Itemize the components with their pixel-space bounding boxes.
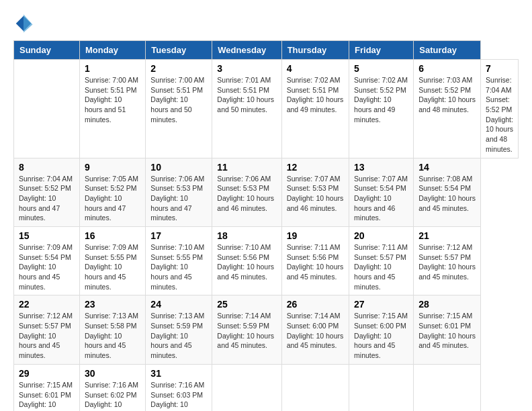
day-number: 18 (217, 230, 276, 241)
calendar-day-cell: 16Sunrise: 7:09 AMSunset: 5:55 PMDayligh… (79, 226, 145, 295)
day-number: 26 (287, 299, 344, 310)
day-header-sunday: Sunday (14, 41, 80, 60)
calendar-day-cell (281, 364, 349, 411)
day-info: Sunrise: 7:05 AMSunset: 5:52 PMDaylight:… (85, 174, 140, 223)
day-number: 22 (19, 299, 75, 310)
day-number: 19 (287, 230, 344, 241)
day-header-saturday: Saturday (414, 41, 481, 60)
day-number: 14 (418, 162, 476, 173)
calendar-day-cell: 10Sunrise: 7:06 AMSunset: 5:53 PMDayligh… (146, 158, 212, 226)
day-header-monday: Monday (79, 41, 145, 60)
calendar-day-cell (349, 364, 414, 411)
day-header-thursday: Thursday (281, 41, 349, 60)
calendar-day-cell: 4Sunrise: 7:02 AMSunset: 5:51 PMDaylight… (281, 60, 349, 158)
day-info: Sunrise: 7:13 AMSunset: 5:58 PMDaylight:… (85, 311, 140, 360)
day-info: Sunrise: 7:15 AMSunset: 6:01 PMDaylight:… (19, 380, 75, 411)
calendar-day-cell: 27Sunrise: 7:15 AMSunset: 6:00 PMDayligh… (349, 295, 414, 364)
day-number: 17 (150, 230, 207, 241)
day-number: 4 (287, 63, 344, 74)
day-number: 15 (19, 230, 75, 241)
day-info: Sunrise: 7:01 AMSunset: 5:51 PMDaylight:… (217, 75, 276, 115)
calendar-day-cell: 24Sunrise: 7:13 AMSunset: 5:59 PMDayligh… (146, 295, 212, 364)
logo-icon (13, 13, 34, 34)
page-header (13, 13, 519, 34)
day-number: 2 (150, 63, 207, 74)
day-info: Sunrise: 7:11 AMSunset: 5:57 PMDaylight:… (354, 242, 408, 291)
calendar-day-cell: 25Sunrise: 7:14 AMSunset: 5:59 PMDayligh… (212, 295, 281, 364)
day-header-tuesday: Tuesday (146, 41, 212, 60)
calendar-day-cell: 14Sunrise: 7:08 AMSunset: 5:54 PMDayligh… (414, 158, 481, 226)
day-info: Sunrise: 7:15 AMSunset: 6:01 PMDaylight:… (418, 311, 476, 351)
calendar-day-cell: 6Sunrise: 7:03 AMSunset: 5:52 PMDaylight… (414, 60, 481, 158)
day-number: 21 (418, 230, 476, 241)
day-number: 1 (85, 63, 140, 74)
day-number: 13 (354, 162, 408, 173)
day-number: 25 (217, 299, 276, 310)
day-info: Sunrise: 7:12 AMSunset: 5:57 PMDaylight:… (418, 242, 476, 282)
calendar-header-row: SundayMondayTuesdayWednesdayThursdayFrid… (14, 41, 519, 60)
calendar-day-cell: 26Sunrise: 7:14 AMSunset: 6:00 PMDayligh… (281, 295, 349, 364)
day-info: Sunrise: 7:10 AMSunset: 5:56 PMDaylight:… (217, 242, 276, 282)
calendar-week-row: 15Sunrise: 7:09 AMSunset: 5:54 PMDayligh… (14, 226, 519, 295)
calendar-day-cell: 18Sunrise: 7:10 AMSunset: 5:56 PMDayligh… (212, 226, 281, 295)
day-info: Sunrise: 7:04 AMSunset: 5:52 PMDaylight:… (486, 75, 513, 154)
calendar-day-cell: 21Sunrise: 7:12 AMSunset: 5:57 PMDayligh… (414, 226, 481, 295)
calendar-day-cell: 31Sunrise: 7:16 AMSunset: 6:03 PMDayligh… (146, 364, 212, 411)
day-info: Sunrise: 7:15 AMSunset: 6:00 PMDaylight:… (354, 311, 408, 360)
calendar-day-cell: 23Sunrise: 7:13 AMSunset: 5:58 PMDayligh… (79, 295, 145, 364)
calendar-day-cell: 12Sunrise: 7:07 AMSunset: 5:53 PMDayligh… (281, 158, 349, 226)
calendar-day-cell: 19Sunrise: 7:11 AMSunset: 5:56 PMDayligh… (281, 226, 349, 295)
day-number: 8 (19, 162, 75, 173)
day-number: 23 (85, 299, 140, 310)
day-header-friday: Friday (349, 41, 414, 60)
day-number: 9 (85, 162, 140, 173)
day-info: Sunrise: 7:02 AMSunset: 5:52 PMDaylight:… (354, 75, 408, 124)
day-number: 7 (486, 63, 513, 74)
day-number: 29 (19, 368, 75, 379)
day-info: Sunrise: 7:08 AMSunset: 5:54 PMDaylight:… (418, 174, 476, 214)
day-info: Sunrise: 7:16 AMSunset: 6:02 PMDaylight:… (85, 380, 140, 411)
calendar-day-cell: 1Sunrise: 7:00 AMSunset: 5:51 PMDaylight… (79, 60, 145, 158)
calendar-day-cell: 15Sunrise: 7:09 AMSunset: 5:54 PMDayligh… (14, 226, 80, 295)
calendar-day-cell: 13Sunrise: 7:07 AMSunset: 5:54 PMDayligh… (349, 158, 414, 226)
calendar-day-cell: 5Sunrise: 7:02 AMSunset: 5:52 PMDaylight… (349, 60, 414, 158)
calendar-day-cell: 20Sunrise: 7:11 AMSunset: 5:57 PMDayligh… (349, 226, 414, 295)
day-info: Sunrise: 7:11 AMSunset: 5:56 PMDaylight:… (287, 242, 344, 282)
logo (13, 13, 36, 34)
day-info: Sunrise: 7:07 AMSunset: 5:53 PMDaylight:… (287, 174, 344, 214)
day-number: 10 (150, 162, 207, 173)
day-number: 12 (287, 162, 344, 173)
day-info: Sunrise: 7:14 AMSunset: 5:59 PMDaylight:… (217, 311, 276, 351)
empty-cell (14, 60, 80, 158)
day-header-wednesday: Wednesday (212, 41, 281, 60)
svg-marker-1 (24, 15, 33, 33)
day-info: Sunrise: 7:03 AMSunset: 5:52 PMDaylight:… (418, 75, 476, 115)
calendar-week-row: 8Sunrise: 7:04 AMSunset: 5:52 PMDaylight… (14, 158, 519, 226)
day-info: Sunrise: 7:10 AMSunset: 5:55 PMDaylight:… (150, 242, 207, 291)
day-info: Sunrise: 7:09 AMSunset: 5:55 PMDaylight:… (85, 242, 140, 291)
day-info: Sunrise: 7:16 AMSunset: 6:03 PMDaylight:… (150, 380, 207, 411)
day-number: 28 (418, 299, 476, 310)
calendar-day-cell (414, 364, 481, 411)
calendar-day-cell: 11Sunrise: 7:06 AMSunset: 5:53 PMDayligh… (212, 158, 281, 226)
calendar-day-cell: 30Sunrise: 7:16 AMSunset: 6:02 PMDayligh… (79, 364, 145, 411)
day-info: Sunrise: 7:13 AMSunset: 5:59 PMDaylight:… (150, 311, 207, 360)
day-number: 6 (418, 63, 476, 74)
calendar-day-cell: 9Sunrise: 7:05 AMSunset: 5:52 PMDaylight… (79, 158, 145, 226)
day-info: Sunrise: 7:02 AMSunset: 5:51 PMDaylight:… (287, 75, 344, 115)
calendar-week-row: 22Sunrise: 7:12 AMSunset: 5:57 PMDayligh… (14, 295, 519, 364)
day-info: Sunrise: 7:06 AMSunset: 5:53 PMDaylight:… (150, 174, 207, 223)
day-number: 5 (354, 63, 408, 74)
day-number: 16 (85, 230, 140, 241)
day-info: Sunrise: 7:12 AMSunset: 5:57 PMDaylight:… (19, 311, 75, 360)
day-info: Sunrise: 7:07 AMSunset: 5:54 PMDaylight:… (354, 174, 408, 223)
calendar-day-cell: 2Sunrise: 7:00 AMSunset: 5:51 PMDaylight… (146, 60, 212, 158)
day-number: 3 (217, 63, 276, 74)
calendar-week-row: 1Sunrise: 7:00 AMSunset: 5:51 PMDaylight… (14, 60, 519, 158)
day-info: Sunrise: 7:04 AMSunset: 5:52 PMDaylight:… (19, 174, 75, 223)
day-number: 27 (354, 299, 408, 310)
day-info: Sunrise: 7:09 AMSunset: 5:54 PMDaylight:… (19, 242, 75, 291)
day-info: Sunrise: 7:14 AMSunset: 6:00 PMDaylight:… (287, 311, 344, 351)
day-info: Sunrise: 7:06 AMSunset: 5:53 PMDaylight:… (217, 174, 276, 214)
calendar-day-cell: 3Sunrise: 7:01 AMSunset: 5:51 PMDaylight… (212, 60, 281, 158)
